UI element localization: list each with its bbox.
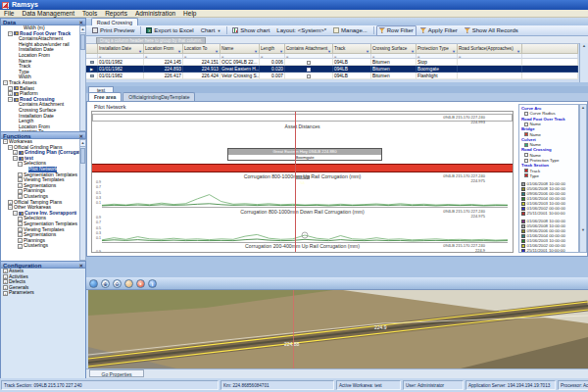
filter-icon[interactable]: ▼	[177, 47, 181, 54]
row-filter-button[interactable]: Row Filter	[376, 25, 416, 36]
show-all-records-button[interactable]: Show All Records	[462, 25, 521, 36]
table-row[interactable]: 01/01/1982224.145224.151OCC 094LB 22...0…	[86, 59, 588, 66]
grid-cell[interactable]: Flashlight	[416, 73, 458, 79]
view-tab-officialgrindingdaytemplate[interactable]: OfficialgrindingDayTemplate	[122, 92, 195, 101]
menu-help[interactable]: Help	[179, 10, 200, 17]
collapse-icon[interactable]: −	[13, 211, 18, 216]
grid-cell[interactable]: 224.151	[183, 59, 220, 66]
grid-cell[interactable]	[458, 59, 522, 66]
grid-cell[interactable]	[458, 66, 522, 73]
expand-icon[interactable]: +	[18, 238, 23, 243]
view-tab-free-area[interactable]: Free area	[88, 92, 122, 101]
legend-checkbox[interactable]	[524, 173, 528, 177]
tree-item-clusterings[interactable]: +Clusterings	[1, 243, 85, 249]
zoom-out-icon[interactable]: ⊖	[113, 279, 122, 288]
grid-cell[interactable]: 0.020	[260, 66, 285, 73]
expand-icon[interactable]: +	[18, 183, 23, 188]
filter-icon[interactable]: ▼	[279, 47, 283, 54]
grid-cell[interactable]: 094LB	[333, 73, 371, 79]
grid-cell[interactable]	[285, 59, 333, 66]
column-header-location-to[interactable]: Location To▼	[183, 44, 220, 54]
legend-checkbox[interactable]	[524, 143, 528, 147]
filter-icon[interactable]: ▼	[327, 47, 331, 54]
expand-icon[interactable]: +	[3, 291, 8, 296]
grid-cell[interactable]: 226.424	[183, 73, 220, 79]
grid-cell[interactable]: 224.913	[183, 66, 220, 73]
red-target-icon[interactable]: ●	[136, 279, 145, 288]
expand-icon[interactable]: +	[3, 285, 8, 290]
legend-checkbox[interactable]	[524, 153, 528, 157]
grid-cell[interactable]: Bitumen	[371, 66, 416, 73]
grid-cell[interactable]	[285, 66, 333, 73]
column-header-location-from[interactable]: Location From▼	[144, 44, 183, 54]
menu-data-management[interactable]: Data Management	[18, 10, 77, 17]
grid-cell[interactable]: 01/01/1982	[98, 66, 144, 73]
print-preview-button[interactable]: Print Preview	[89, 25, 137, 36]
export-to-excel-button[interactable]: XExport to Excel	[143, 25, 196, 36]
scroll-thumb[interactable]	[80, 34, 85, 50]
column-header-contains-attachment[interactable]: Contains Attachment▼	[285, 44, 333, 54]
expand-icon[interactable]: +	[18, 217, 23, 221]
grid-cell[interactable]: 094LB	[333, 59, 371, 66]
collapse-icon[interactable]: −	[13, 156, 18, 161]
expand-icon[interactable]: +	[18, 189, 23, 194]
table-row[interactable]: 01/01/1982226.417226.424Velor Crossing S…	[86, 73, 588, 79]
grid-cell[interactable]: 01/01/1982	[98, 73, 144, 79]
collapse-icon[interactable]: −	[8, 205, 13, 210]
functions-tree-scrollbar[interactable]: ▲	[79, 139, 86, 261]
filter-icon[interactable]: ▼	[411, 47, 415, 54]
expand-icon[interactable]: +	[8, 91, 13, 96]
expand-icon[interactable]: +	[18, 172, 23, 177]
scroll-up-icon[interactable]: ▲	[80, 140, 85, 147]
column-header-track[interactable]: Track▼	[333, 44, 371, 54]
table-row[interactable]: ▶01/01/1982224.893224.913Great Eastern H…	[86, 66, 588, 73]
data-panel-header[interactable]: Data ✕	[0, 18, 86, 25]
data-tree-scrollbar[interactable]: ▲	[79, 25, 86, 131]
menu-administration[interactable]: Administration	[131, 10, 179, 17]
chart-cursor-line[interactable]	[295, 112, 296, 253]
expand-icon[interactable]: +	[8, 200, 13, 205]
grid-cell[interactable]	[285, 73, 333, 79]
info-icon[interactable]: i	[148, 279, 157, 288]
expand-icon[interactable]: +	[3, 269, 8, 273]
expand-icon[interactable]: +	[18, 177, 23, 182]
grid-cell[interactable]: 0.006	[260, 59, 285, 66]
grid-cell[interactable]: 224.893	[144, 66, 183, 73]
column-header-length[interactable]: Length▼	[260, 44, 285, 54]
expand-icon[interactable]: +	[3, 279, 8, 284]
collapse-icon[interactable]: −	[8, 145, 13, 150]
filter-icon[interactable]: ▼	[254, 47, 258, 54]
go-properties-tab[interactable]: Go Properties	[89, 369, 144, 377]
grid-scrollbar[interactable]: ▲	[579, 43, 588, 82]
grid-cell[interactable]: Stop	[416, 59, 458, 66]
grid-cell[interactable]: Velor Crossing S...	[220, 73, 260, 79]
legend-checkbox[interactable]	[524, 159, 528, 163]
contains-attachment-checkbox[interactable]	[307, 68, 311, 72]
menu-reports[interactable]: Reports	[101, 10, 131, 17]
expand-icon[interactable]: +	[13, 150, 18, 155]
expand-icon[interactable]: +	[8, 86, 13, 91]
legend-scrollbar[interactable]: ▲▼	[579, 104, 587, 253]
pan-hand-icon[interactable]	[124, 279, 133, 288]
column-header-protection-type[interactable]: Protection Type▼	[416, 44, 458, 54]
grid-cell[interactable]: Bitumen	[371, 59, 416, 66]
column-header-road-surface-approaches-[interactable]: Road Surface(Approaches)▼	[458, 44, 522, 54]
grid-cell[interactable]: Great Eastern H...	[220, 66, 260, 73]
grid-cell[interactable]: 094LB	[333, 66, 371, 73]
tree-item-grinding-plan-corrugation-bas[interactable]: +Grinding Plan (Corrugation bas	[1, 150, 85, 156]
collapse-icon[interactable]: −	[8, 97, 13, 102]
globe-icon[interactable]	[89, 279, 98, 288]
filter-icon[interactable]: ▼	[215, 47, 219, 54]
contains-attachment-checkbox[interactable]	[307, 74, 311, 78]
apply-filter-button[interactable]: Apply Filter	[417, 25, 461, 36]
title-bar[interactable]: Ramsys	[0, 0, 588, 10]
expand-icon[interactable]: +	[3, 274, 8, 279]
zoom-in-icon[interactable]: ⊕	[101, 279, 110, 288]
group-by-bar[interactable]: Drag a column header here to group by th…	[86, 36, 588, 44]
grid-cell[interactable]: 01/01/1982	[98, 59, 144, 66]
grid-cell[interactable]: 0.007	[260, 73, 285, 79]
manage--button[interactable]: Manage...	[330, 25, 370, 36]
filter-icon[interactable]: ▼	[138, 47, 142, 54]
collapse-icon[interactable]: −	[18, 162, 23, 167]
expand-icon[interactable]: +	[18, 221, 23, 226]
